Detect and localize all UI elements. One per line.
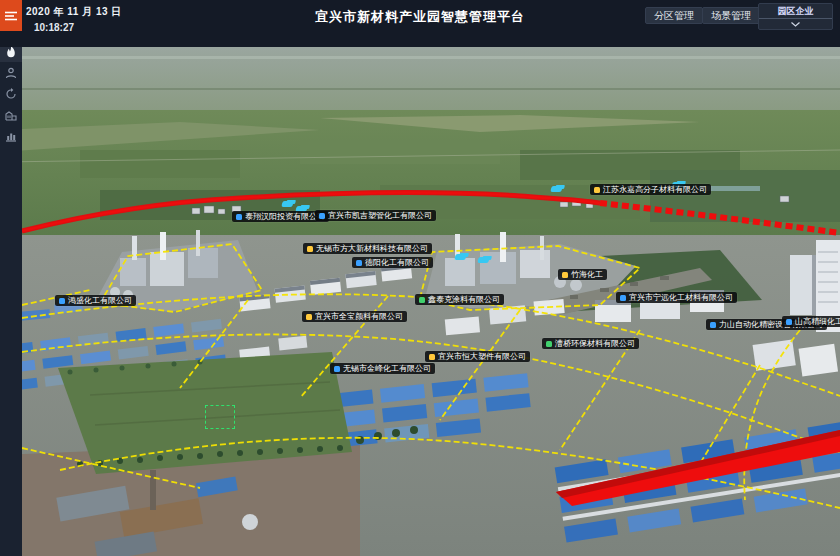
enterprise-name: 漕桥环保材料有限公司 xyxy=(555,338,635,349)
enterprise-name: 鑫泰克涂料有限公司 xyxy=(428,294,500,305)
map-label[interactable]: 宜兴市凯吉塑管化工有限公司 xyxy=(315,210,436,221)
map-label[interactable]: 宜兴市宁远化工材料有限公司 xyxy=(616,292,737,303)
map-label[interactable]: 无锡市金峰化工有限公司 xyxy=(330,363,435,374)
date-display: 2020 年 11 月 13 日 xyxy=(26,5,122,19)
main-menu-button[interactable] xyxy=(0,0,22,31)
enterprise-name: 宜兴市宁远化工材料有限公司 xyxy=(629,292,733,303)
map-label[interactable]: 德阳化工有限公司 xyxy=(352,257,433,268)
map-label[interactable]: 鑫泰克涂料有限公司 xyxy=(415,294,504,305)
enterprise-icon xyxy=(562,272,568,278)
sidebar xyxy=(0,31,22,556)
time-display: 10:18:27 xyxy=(34,22,74,33)
enterprise-icon xyxy=(620,295,626,301)
park-enterprise-label: 园区企业 xyxy=(759,4,832,18)
enterprise-name: 无锡市方大新材料科技有限公司 xyxy=(316,243,428,254)
enterprise-name: 竹海化工 xyxy=(571,269,603,280)
enterprise-name: 泰翔汉阳投资有限公司 xyxy=(245,211,325,222)
enterprise-icon xyxy=(319,213,325,219)
enterprise-icon xyxy=(594,187,600,193)
enterprise-icon xyxy=(419,297,425,303)
enterprise-icon xyxy=(429,354,435,360)
cyan-object-marker xyxy=(550,186,562,192)
enterprise-icon xyxy=(306,314,312,320)
enterprise-name: 山高精细化工有限公司 xyxy=(795,316,840,327)
selection-box xyxy=(205,405,235,429)
enterprise-name: 无锡市金峰化工有限公司 xyxy=(343,363,431,374)
park-enterprise-dropdown[interactable]: 园区企业 xyxy=(758,3,833,30)
cyan-object-marker xyxy=(281,201,293,207)
map-3d-view[interactable]: 泰翔汉阳投资有限公司宜兴市凯吉塑管化工有限公司无锡市方大新材料科技有限公司德阳化… xyxy=(0,47,840,556)
enterprise-icon xyxy=(356,260,362,266)
sidebar-item-enterprises[interactable] xyxy=(0,104,22,125)
enterprise-icon xyxy=(710,322,716,328)
rotate-icon xyxy=(5,88,17,100)
map-label[interactable]: 竹海化工 xyxy=(558,269,607,280)
map-label[interactable]: 漕桥环保材料有限公司 xyxy=(542,338,639,349)
map-label[interactable]: 宜兴市恒大塑件有限公司 xyxy=(425,351,530,362)
chevron-down-icon xyxy=(791,22,800,27)
enterprise-name: 德阳化工有限公司 xyxy=(365,257,429,268)
scene-management-button[interactable]: 场景管理 xyxy=(702,7,760,24)
enterprise-icon xyxy=(334,366,340,372)
factory-icon xyxy=(5,109,17,121)
map-label[interactable]: 无锡市方大新材料科技有限公司 xyxy=(303,243,432,254)
sidebar-item-personnel[interactable] xyxy=(0,62,22,83)
user-icon xyxy=(5,67,17,79)
enterprise-icon xyxy=(307,246,313,252)
sidebar-item-statistics[interactable] xyxy=(0,125,22,146)
enterprise-name: 宜兴市全宝颜料有限公司 xyxy=(315,311,403,322)
enterprise-icon xyxy=(59,298,65,304)
sidebar-item-monitoring[interactable] xyxy=(0,83,22,104)
map-label[interactable]: 宜兴市全宝颜料有限公司 xyxy=(302,311,407,322)
map-label[interactable]: 山高精细化工有限公司 xyxy=(782,316,840,327)
cyan-object-marker xyxy=(477,257,489,263)
enterprise-icon xyxy=(786,319,792,325)
header-bar: 宜兴市新材料产业园智慧管理平台 2020 年 11 月 13 日 10:18:2… xyxy=(0,0,840,47)
enterprise-name: 江苏永嘉高分子材料有限公司 xyxy=(603,184,707,195)
enterprise-icon xyxy=(236,214,242,220)
enterprise-name: 鸿盛化工有限公司 xyxy=(68,295,132,306)
enterprise-icon xyxy=(546,341,552,347)
bar-chart-icon xyxy=(5,130,17,142)
cyan-object-marker xyxy=(454,254,466,260)
map-label[interactable]: 鸿盛化工有限公司 xyxy=(55,295,136,306)
enterprise-name: 宜兴市凯吉塑管化工有限公司 xyxy=(328,210,432,221)
zone-management-button[interactable]: 分区管理 xyxy=(645,7,703,24)
map-label[interactable]: 江苏永嘉高分子材料有限公司 xyxy=(590,184,711,195)
enterprise-name: 宜兴市恒大塑件有限公司 xyxy=(438,351,526,362)
hamburger-menu-icon xyxy=(5,11,17,21)
